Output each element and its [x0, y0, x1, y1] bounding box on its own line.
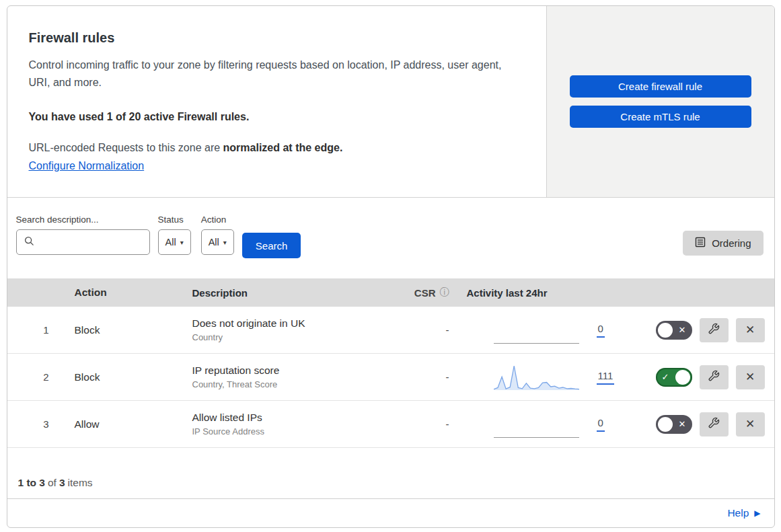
- activity-count-link[interactable]: 0: [597, 417, 605, 432]
- edit-rule-button[interactable]: [700, 412, 729, 436]
- items-of: of: [48, 477, 57, 489]
- wrench-icon: [708, 323, 720, 337]
- row-controls: ✓ ✕ ✕: [656, 365, 774, 389]
- delete-rule-button[interactable]: ✕: [736, 318, 765, 342]
- activity-sparkline-flat: [494, 317, 579, 344]
- header-section: Firewall rules Control incoming traffic …: [7, 6, 774, 198]
- activity-cell: 0 ✓ ✕ ✕: [458, 401, 774, 447]
- rule-action: Allow: [49, 418, 192, 430]
- search-input[interactable]: [40, 237, 149, 248]
- column-csr: CSR ⓘ: [404, 287, 458, 299]
- close-icon: ✕: [745, 370, 755, 384]
- usage-summary: You have used 1 of 20 active Firewall ru…: [29, 111, 514, 123]
- activity-sparkline-flat: [494, 411, 579, 438]
- pagination-summary: 1 to 3 of 3 items: [7, 467, 774, 499]
- rule-number: 3: [7, 418, 49, 430]
- table-bottom-spacer: [7, 448, 774, 467]
- activity-sparkline-chart: [494, 363, 579, 391]
- wrench-icon: [708, 417, 720, 431]
- x-icon: ✕: [679, 321, 686, 340]
- help-bar: Help ▶: [7, 499, 774, 527]
- search-icon: [24, 236, 34, 249]
- rule-criteria: Country, Threat Score: [192, 379, 404, 389]
- search-field[interactable]: [16, 229, 150, 255]
- csr-value: -: [404, 418, 458, 430]
- page-title: Firewall rules: [29, 30, 514, 46]
- search-button[interactable]: Search: [242, 233, 301, 258]
- rule-number: 2: [7, 371, 49, 383]
- activity-count-link[interactable]: 0: [597, 323, 605, 338]
- delete-rule-button[interactable]: ✕: [736, 412, 765, 436]
- csr-label: CSR: [414, 287, 436, 299]
- toggle-knob: [675, 370, 690, 385]
- toggle-knob: [658, 323, 673, 338]
- ordering-list-icon: [695, 237, 706, 250]
- rule-number: 1: [7, 324, 49, 336]
- status-label: Status: [158, 215, 191, 225]
- normalization-bold: normalized at the edge.: [223, 142, 343, 153]
- info-icon[interactable]: ⓘ: [440, 287, 449, 299]
- help-link[interactable]: Help ▶: [727, 507, 760, 519]
- arrow-right-icon: ▶: [754, 508, 760, 518]
- rule-enabled-toggle[interactable]: ✓ ✕: [656, 368, 692, 387]
- normalization-note: URL-encoded Requests to this zone are no…: [29, 142, 514, 154]
- close-icon: ✕: [745, 323, 755, 337]
- create-firewall-rule-button[interactable]: Create firewall rule: [570, 75, 751, 98]
- column-activity: Activity last 24hr: [458, 278, 774, 307]
- rule-criteria: IP Source Address: [192, 426, 404, 436]
- create-mtls-rule-button[interactable]: Create mTLS rule: [570, 106, 751, 128]
- delete-rule-button[interactable]: ✕: [736, 365, 765, 389]
- table-row: 3 Allow Allow listed IPs IP Source Addre…: [7, 401, 774, 448]
- status-select[interactable]: All ▾: [158, 229, 191, 255]
- csr-value: -: [404, 371, 458, 383]
- activity-cell: 0 ✓ ✕ ✕: [458, 307, 774, 353]
- action-select[interactable]: All ▾: [201, 229, 234, 255]
- rule-action: Block: [49, 371, 192, 383]
- ordering-button[interactable]: Ordering: [683, 231, 763, 256]
- search-label: Search description...: [16, 215, 150, 225]
- configure-normalization-link[interactable]: Configure Normalization: [29, 160, 145, 172]
- rule-description-cell: Does not originate in UK Country: [192, 317, 404, 342]
- status-value: All: [165, 237, 176, 248]
- rule-description-cell: IP reputation score Country, Threat Scor…: [192, 365, 404, 389]
- rule-description-cell: Allow listed IPs IP Source Address: [192, 412, 404, 436]
- activity-count-link[interactable]: 111: [597, 370, 615, 385]
- rule-description: Allow listed IPs: [192, 412, 404, 424]
- ordering-label: Ordering: [712, 237, 751, 249]
- activity-cell: 111 ✓ ✕ ✕: [458, 354, 774, 400]
- wrench-icon: [708, 370, 720, 384]
- chevron-down-icon: ▾: [180, 239, 184, 246]
- action-label: Action: [201, 215, 234, 225]
- edit-rule-button[interactable]: [700, 318, 729, 342]
- action-filter-group: Action All ▾: [201, 215, 234, 255]
- table-header: Action Description CSR ⓘ Activity last 2…: [7, 278, 774, 307]
- filter-bar: Search description... Status All ▾ Actio…: [7, 198, 774, 278]
- items-total: 3: [59, 477, 65, 489]
- rule-criteria: Country: [192, 332, 404, 342]
- row-controls: ✓ ✕ ✕: [656, 318, 774, 342]
- page-description: Control incoming traffic to your zone by…: [29, 56, 507, 92]
- rule-enabled-toggle[interactable]: ✓ ✕: [656, 321, 692, 340]
- row-controls: ✓ ✕ ✕: [656, 412, 774, 436]
- rule-description: IP reputation score: [192, 365, 404, 377]
- normalization-prefix: URL-encoded Requests to this zone are: [29, 142, 223, 153]
- toggle-knob: [658, 417, 673, 432]
- firewall-rules-panel: Firewall rules Control incoming traffic …: [7, 5, 775, 528]
- rule-description: Does not originate in UK: [192, 317, 404, 330]
- help-label: Help: [727, 507, 749, 519]
- csr-value: -: [404, 324, 458, 336]
- table-row: 2 Block IP reputation score Country, Thr…: [7, 354, 774, 401]
- search-group: Search description...: [16, 215, 150, 255]
- items-range: 1 to 3: [18, 477, 45, 489]
- action-value: All: [209, 237, 219, 248]
- edit-rule-button[interactable]: [700, 365, 729, 389]
- check-icon: ✓: [662, 368, 669, 387]
- rule-enabled-toggle[interactable]: ✓ ✕: [656, 415, 692, 434]
- column-action: Action: [49, 287, 192, 299]
- column-description: Description: [192, 287, 404, 299]
- status-filter-group: Status All ▾: [158, 215, 191, 255]
- items-label: items: [68, 477, 93, 489]
- rule-action: Block: [49, 324, 192, 336]
- header-text-area: Firewall rules Control incoming traffic …: [7, 6, 547, 197]
- actions-panel: Create firewall rule Create mTLS rule: [547, 6, 774, 197]
